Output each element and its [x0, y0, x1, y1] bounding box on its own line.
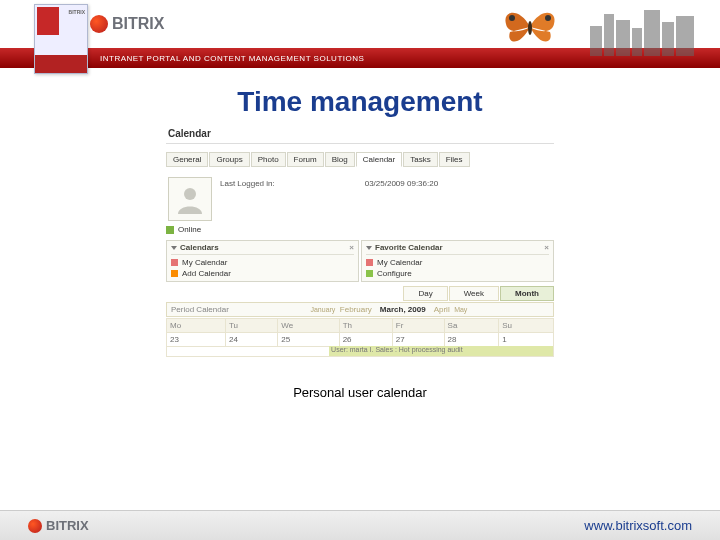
caption: Personal user calendar [0, 385, 720, 400]
footer-url[interactable]: www.bitrixsoft.com [584, 518, 692, 533]
tagline-text: INTRANET PORTAL AND CONTENT MANAGEMENT S… [100, 54, 364, 63]
svg-point-1 [545, 15, 551, 21]
add-icon [171, 270, 178, 277]
avatar [168, 177, 212, 221]
close-icon[interactable]: × [544, 243, 549, 252]
tab-files[interactable]: Files [439, 152, 470, 167]
chevron-down-icon[interactable] [366, 246, 372, 250]
period-label: Period Calendar [171, 305, 229, 314]
view-switcher: DayWeekMonth [166, 286, 554, 301]
calendar-event[interactable]: User: marta I. Sales : Hot processing au… [329, 346, 553, 356]
product-box-image [34, 4, 88, 74]
panel-favorite-title: Favorite Calendar [375, 243, 443, 252]
panel-calendars-title: Calendars [180, 243, 219, 252]
last-login-label: Last Logged in: [220, 179, 275, 223]
panel-item[interactable]: Add Calendar [171, 268, 354, 279]
nav-back2[interactable]: January [310, 306, 335, 313]
brand-icon [28, 519, 42, 533]
panel-item[interactable]: Configure [366, 268, 549, 279]
weekday-header: Tu [226, 319, 278, 333]
footer-brand: BITRIX [28, 518, 89, 533]
last-login-value: 03/25/2009 09:36:20 [365, 179, 438, 223]
weekday-header: Sa [444, 319, 499, 333]
panel-item[interactable]: My Calendar [366, 257, 549, 268]
chevron-down-icon[interactable] [171, 246, 177, 250]
footer-brand-text: BITRIX [46, 518, 89, 533]
tab-general[interactable]: General [166, 152, 208, 167]
color-swatch-icon [171, 259, 178, 266]
event-strip: User: marta I. Sales : Hot processing au… [166, 346, 554, 357]
online-status: Online [166, 225, 554, 234]
section-tabs: GeneralGroupsPhotoForumBlogCalendarTasks… [166, 152, 554, 167]
day-cell[interactable]: 26 [339, 333, 392, 347]
footer: BITRIX www.bitrixsoft.com [0, 510, 720, 540]
weekday-header: Fr [392, 319, 444, 333]
view-day-button[interactable]: Day [403, 286, 447, 301]
tab-tasks[interactable]: Tasks [403, 152, 437, 167]
color-swatch-icon [366, 259, 373, 266]
weekday-header: Su [499, 319, 554, 333]
page-title: Time management [0, 86, 720, 118]
login-info: Last Logged in: 03/25/2009 09:36:20 [220, 175, 554, 223]
tab-forum[interactable]: Forum [287, 152, 324, 167]
view-week-button[interactable]: Week [449, 286, 499, 301]
close-icon[interactable]: × [349, 243, 354, 252]
current-month: March, 2009 [380, 305, 426, 314]
tab-photo[interactable]: Photo [251, 152, 286, 167]
svg-point-0 [509, 15, 515, 21]
svg-point-2 [528, 21, 532, 35]
nav-prev[interactable]: February [340, 305, 372, 314]
tab-calendar[interactable]: Calendar [356, 152, 402, 167]
brand-icon [90, 15, 108, 33]
gear-icon [366, 270, 373, 277]
online-label: Online [178, 225, 201, 234]
tab-blog[interactable]: Blog [325, 152, 355, 167]
tab-groups[interactable]: Groups [209, 152, 249, 167]
day-cell[interactable]: 28 [444, 333, 499, 347]
panel-favorite-calendar: Favorite Calendar× My Calendar Configure [361, 240, 554, 282]
weekday-header: Mo [167, 319, 226, 333]
calendar-heading: Calendar [166, 124, 554, 144]
day-cell[interactable]: 25 [278, 333, 339, 347]
panel-item[interactable]: My Calendar [171, 257, 354, 268]
day-cell[interactable]: 1 [499, 333, 554, 347]
nav-fwd2[interactable]: May [454, 306, 467, 313]
nav-next[interactable]: April [434, 305, 450, 314]
day-cell[interactable]: 27 [392, 333, 444, 347]
butterfly-image [500, 2, 560, 52]
weekday-header: We [278, 319, 339, 333]
brand-logo: BITRIX [90, 15, 164, 33]
svg-point-3 [184, 188, 196, 200]
weekday-header: Th [339, 319, 392, 333]
day-cell[interactable]: 23 [167, 333, 226, 347]
month-navigation: Period Calendar January February March, … [166, 302, 554, 317]
calendar-grid: MoTuWeThFrSaSu 2324252627281 [166, 318, 554, 347]
calendar-screenshot: Calendar GeneralGroupsPhotoForumBlogCale… [166, 124, 554, 357]
online-icon [166, 226, 174, 234]
brand-text: BITRIX [112, 15, 164, 33]
day-cell[interactable]: 24 [226, 333, 278, 347]
city-image [590, 6, 700, 56]
panel-calendars: Calendars× My Calendar Add Calendar [166, 240, 359, 282]
view-month-button[interactable]: Month [500, 286, 554, 301]
